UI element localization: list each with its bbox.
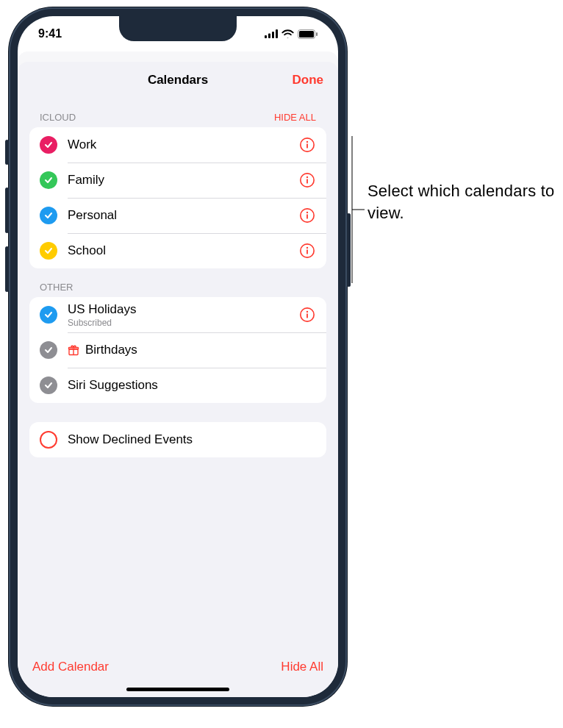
checkmark-icon	[40, 207, 57, 224]
volume-up-button	[5, 188, 9, 233]
show-declined-events-row[interactable]: Show Declined Events	[29, 422, 326, 457]
checkmark-icon	[40, 377, 57, 394]
svg-rect-21	[306, 313, 308, 318]
svg-rect-1	[268, 34, 270, 39]
callout-text: Select which calendars to view.	[367, 180, 563, 224]
calendar-label: School	[68, 243, 288, 258]
calendar-row-us-holidays[interactable]: US Holidays Subscribed	[29, 297, 326, 332]
calendar-row-birthdays[interactable]: Birthdays	[29, 332, 326, 368]
calendar-label: US Holidays Subscribed	[68, 302, 288, 328]
svg-point-17	[306, 247, 308, 249]
svg-rect-5	[299, 31, 314, 38]
calendar-row-work[interactable]: Work	[29, 127, 326, 163]
checkmark-icon	[40, 341, 57, 359]
svg-point-8	[306, 141, 308, 143]
screen: 9:41	[18, 16, 338, 697]
calendar-label: Siri Suggestions	[68, 378, 316, 393]
callout-bracket	[351, 136, 365, 283]
notch	[119, 16, 237, 41]
calendar-row-siri-suggestions[interactable]: Siri Suggestions	[29, 368, 326, 403]
calendar-label-text: Birthdays	[85, 343, 137, 357]
svg-rect-18	[306, 249, 308, 254]
calendar-label: Work	[68, 138, 288, 152]
volume-down-button	[5, 246, 9, 292]
sheet-title: Calendars	[148, 73, 208, 88]
calendar-row-family[interactable]: Family	[29, 163, 326, 198]
calendar-row-personal[interactable]: Personal	[29, 198, 326, 233]
declined-group: Show Declined Events	[29, 422, 326, 457]
info-icon[interactable]	[298, 136, 316, 154]
add-calendar-button[interactable]: Add Calendar	[32, 660, 109, 674]
svg-point-14	[306, 212, 308, 213]
sheet-content: ICLOUD HIDE ALL Work	[18, 99, 338, 697]
mute-switch	[5, 140, 9, 165]
status-time: 9:41	[38, 27, 62, 40]
info-icon[interactable]	[298, 207, 316, 224]
calendar-label: Birthdays	[68, 343, 316, 357]
wifi-icon	[282, 29, 294, 38]
info-icon[interactable]	[298, 171, 316, 189]
checkmark-icon	[40, 242, 57, 260]
svg-rect-2	[272, 32, 274, 38]
calendars-sheet: Calendars Done ICLOUD HIDE ALL Work	[18, 62, 338, 697]
svg-rect-0	[265, 35, 267, 38]
show-declined-label: Show Declined Events	[68, 432, 316, 447]
section-title-other: OTHER	[40, 282, 73, 293]
hide-all-icloud-button[interactable]: HIDE ALL	[274, 112, 316, 123]
home-indicator	[126, 688, 229, 691]
section-header-other: OTHER	[29, 268, 326, 297]
calendar-label-text: US Holidays	[68, 302, 288, 317]
checkmark-icon	[40, 136, 57, 154]
svg-point-11	[306, 176, 308, 178]
svg-rect-9	[306, 143, 308, 148]
battery-icon	[298, 29, 318, 39]
info-icon[interactable]	[298, 242, 316, 260]
unchecked-circle-icon	[40, 431, 57, 449]
section-title-icloud: ICLOUD	[40, 112, 76, 123]
calendar-label: Personal	[68, 208, 288, 223]
status-icons	[265, 29, 318, 39]
icloud-group: Work Family	[29, 127, 326, 268]
hide-all-button[interactable]: Hide All	[281, 660, 323, 674]
checkmark-icon	[40, 306, 57, 324]
svg-rect-6	[316, 32, 318, 36]
other-group: US Holidays Subscribed	[29, 297, 326, 403]
svg-rect-3	[276, 29, 278, 38]
svg-point-20	[306, 311, 308, 313]
svg-rect-12	[306, 179, 308, 183]
calendar-label: Family	[68, 173, 288, 188]
iphone-frame: 9:41	[9, 7, 347, 706]
section-header-icloud: ICLOUD HIDE ALL	[29, 99, 326, 127]
gift-icon	[68, 344, 79, 356]
calendar-sublabel: Subscribed	[68, 318, 288, 328]
sheet-header: Calendars Done	[18, 62, 338, 99]
done-button[interactable]: Done	[293, 62, 324, 99]
cellular-icon	[265, 29, 278, 38]
checkmark-icon	[40, 171, 57, 189]
calendar-row-school[interactable]: School	[29, 233, 326, 268]
power-button	[347, 213, 351, 287]
svg-rect-15	[306, 214, 308, 218]
info-icon[interactable]	[298, 306, 316, 324]
